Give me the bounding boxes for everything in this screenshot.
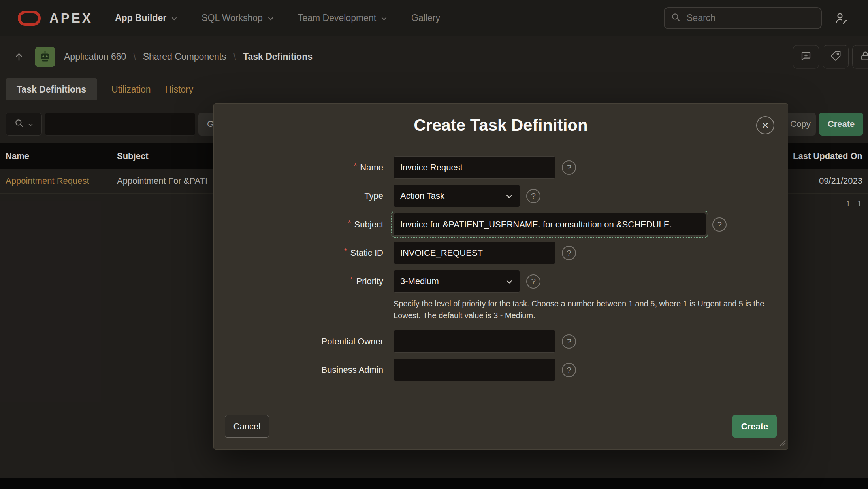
modal-title: Create Task Definition: [414, 116, 587, 135]
static-id-field[interactable]: [394, 242, 555, 264]
field-row-potential-owner: Potential Owner ?: [214, 330, 788, 353]
field-row-business-admin: Business Admin ?: [214, 359, 788, 381]
name-label: *Name: [214, 162, 394, 173]
type-select[interactable]: Action Task: [394, 185, 520, 207]
potential-owner-field[interactable]: [394, 330, 555, 353]
create-task-definition-dialog: Create Task Definition × *Name ? Type: [213, 103, 788, 450]
modal-form: *Name ? Type Action Task: [214, 147, 788, 381]
field-row-name: *Name ?: [214, 156, 788, 179]
name-field[interactable]: [394, 156, 555, 179]
help-icon[interactable]: ?: [562, 246, 576, 260]
field-row-type: Type Action Task ?: [214, 185, 788, 207]
close-icon: ×: [762, 119, 769, 131]
business-admin-field[interactable]: [394, 359, 555, 381]
field-row-static-id: *Static ID ?: [214, 242, 788, 264]
chevron-down-icon: [505, 278, 513, 286]
apex-app: APEX App Builder SQL Workshop Team Devel…: [0, 0, 868, 489]
priority-help-row: Specify the level of priority for the ta…: [214, 298, 788, 321]
priority-label: *Priority: [214, 276, 394, 287]
priority-select[interactable]: 3-Medium: [394, 270, 520, 293]
help-icon[interactable]: ?: [562, 160, 576, 175]
required-marker: *: [350, 275, 353, 284]
help-icon[interactable]: ?: [562, 363, 576, 377]
resize-handle[interactable]: [778, 438, 786, 447]
required-marker: *: [354, 161, 357, 170]
priority-help-text: Specify the level of priority for the ta…: [394, 298, 773, 321]
help-icon[interactable]: ?: [526, 274, 540, 289]
required-marker: *: [348, 218, 351, 227]
subject-label: *Subject: [214, 219, 394, 230]
create-button[interactable]: Create: [732, 415, 777, 438]
field-row-priority: *Priority 3-Medium ?: [214, 270, 788, 293]
subject-field[interactable]: [394, 213, 706, 236]
business-admin-label: Business Admin: [214, 365, 394, 375]
static-id-label: *Static ID: [214, 248, 394, 258]
chevron-down-icon: [505, 193, 513, 200]
field-row-subject: *Subject ?: [214, 213, 788, 236]
help-icon[interactable]: ?: [712, 217, 727, 232]
cancel-button[interactable]: Cancel: [225, 415, 269, 438]
potential-owner-label: Potential Owner: [214, 336, 394, 347]
modal-footer: Cancel Create: [214, 403, 788, 449]
type-label: Type: [214, 191, 394, 201]
required-marker: *: [344, 246, 347, 255]
close-button[interactable]: ×: [756, 116, 774, 134]
modal-header: Create Task Definition ×: [214, 104, 788, 147]
help-icon[interactable]: ?: [526, 189, 540, 203]
help-icon[interactable]: ?: [562, 334, 576, 349]
